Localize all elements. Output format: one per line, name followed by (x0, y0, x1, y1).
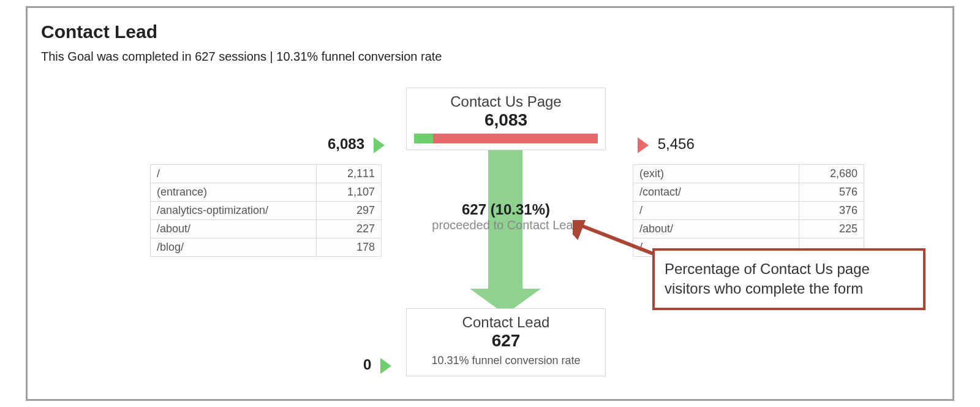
funnel-step-2-name: Contact Lead (414, 314, 598, 331)
source-value: 1,107 (317, 183, 382, 202)
table-row[interactable]: /2,111 (151, 165, 382, 183)
source-path: / (151, 165, 317, 183)
exit-value: 576 (799, 183, 864, 202)
table-row[interactable]: /376 (633, 202, 864, 220)
table-row[interactable]: (exit)2,680 (633, 165, 864, 183)
source-value: 227 (317, 220, 382, 238)
table-row[interactable]: /blog/178 (151, 238, 382, 257)
bar-red-segment (433, 134, 598, 143)
funnel-canvas: Contact Us Page 6,083 6,083 5,456 /2,111… (28, 82, 952, 399)
funnel-report-panel: Contact Lead This Goal was completed in … (26, 6, 954, 401)
source-path: /blog/ (151, 238, 317, 257)
exit-path: / (633, 202, 799, 220)
bar-green-segment (414, 134, 433, 143)
funnel-step-1[interactable]: Contact Us Page 6,083 (406, 88, 606, 150)
page-title: Contact Lead (41, 21, 939, 42)
source-path: /analytics-optimization/ (151, 202, 317, 220)
step-1-entries-value: 6,083 (328, 135, 364, 152)
exit-value: 2,680 (799, 165, 864, 183)
entries-arrow-icon (380, 358, 391, 374)
table-row[interactable]: (entrance)1,107 (151, 183, 382, 202)
step-2-entries: 0 (363, 356, 396, 374)
step-1-exits: 5,456 (633, 135, 695, 153)
entries-arrow-icon (374, 137, 385, 153)
table-row[interactable]: /analytics-optimization/297 (151, 202, 382, 220)
source-value: 2,111 (317, 165, 382, 183)
funnel-step-2-count: 627 (414, 331, 598, 351)
exit-path: /contact/ (633, 183, 799, 202)
step-2-entries-value: 0 (363, 356, 371, 373)
source-path: /about/ (151, 220, 317, 238)
funnel-step-1-name: Contact Us Page (414, 93, 598, 110)
step-1-exits-value: 5,456 (658, 135, 695, 152)
proceed-count: 627 (10.31%) (406, 201, 606, 218)
funnel-step-1-count: 6,083 (414, 110, 598, 130)
annotation-text: Percentage of Contact Us page visitors w… (665, 261, 870, 297)
step-1-sources-table[interactable]: /2,111 (entrance)1,107 /analytics-optimi… (150, 164, 382, 257)
funnel-step-2-conversion-note: 10.31% funnel conversion rate (414, 354, 598, 367)
step-1-entries: 6,083 (328, 135, 390, 153)
table-row[interactable]: /about/227 (151, 220, 382, 238)
table-row[interactable]: /about/225 (633, 220, 864, 238)
exits-arrow-icon (638, 137, 649, 153)
svg-line-0 (576, 224, 655, 254)
funnel-step-1-bar (414, 134, 598, 143)
source-value: 297 (317, 202, 382, 220)
table-row[interactable]: /contact/576 (633, 183, 864, 202)
exit-value: 376 (799, 202, 864, 220)
exit-value: 225 (799, 220, 864, 238)
step-1-exits-table[interactable]: (exit)2,680 /contact/576 /376 /about/225… (633, 164, 864, 257)
funnel-step-2[interactable]: Contact Lead 627 10.31% funnel conversio… (406, 308, 606, 376)
source-value: 178 (317, 238, 382, 257)
annotation-callout: Percentage of Contact Us page visitors w… (652, 248, 925, 310)
exit-path: (exit) (633, 165, 799, 183)
annotation-arrow-icon (573, 220, 658, 263)
page-subtitle: This Goal was completed in 627 sessions … (41, 50, 939, 64)
source-path: (entrance) (151, 183, 317, 202)
